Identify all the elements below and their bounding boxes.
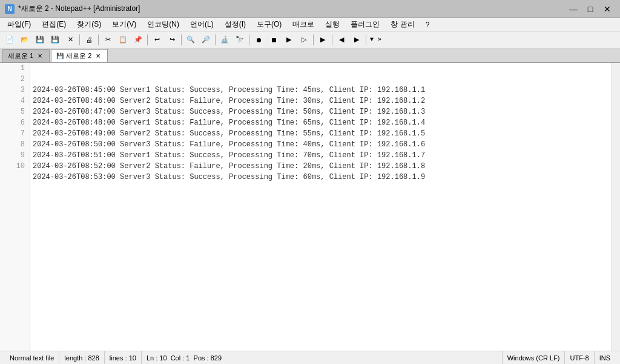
line-num-1: 1 — [0, 63, 30, 74]
line-num-8: 8 — [0, 139, 30, 150]
print-button[interactable]: 🖨 — [82, 33, 96, 47]
zoom-out-button[interactable]: 🔭 — [232, 33, 247, 47]
line-num-9: 9 — [0, 150, 30, 161]
code-line-2: 2024-03-26T08:46:00 Server2 Status: Fail… — [33, 96, 609, 106]
line-numbers: 12345678910 — [0, 63, 30, 351]
cut-button[interactable]: ✂ — [101, 33, 115, 47]
toolbar-sep-9 — [366, 34, 366, 45]
menu-item-[interactable]: 실행 — [320, 18, 345, 31]
code-line-6: 2024-03-26T08:50:00 Server3 Status: Fail… — [33, 139, 609, 150]
toolbar-sep-2 — [98, 34, 99, 45]
editor-container: 12345678910 2024-03-26T08:45:00 Server1 … — [0, 63, 620, 351]
toolbar-sep-3 — [147, 34, 148, 45]
status-position: Ln : 10 Col : 1 Pos : 829 — [142, 351, 503, 364]
toolbar-sep-6 — [249, 34, 249, 45]
toolbar-sep-7 — [313, 34, 314, 45]
menu-item-i[interactable]: 설정(I) — [220, 18, 251, 31]
tab-new2-label: 새로운 2 — [66, 51, 91, 60]
status-lines: lines : 10 — [105, 351, 142, 364]
find-replace-button[interactable]: 🔎 — [199, 33, 213, 47]
code-line-7: 2024-03-26T08:51:00 Server1 Status: Succ… — [33, 150, 609, 161]
toolbar-sep-1 — [79, 34, 80, 45]
line-num-10: 10 — [0, 161, 30, 172]
zoom-in-button[interactable]: 🔬 — [217, 33, 232, 47]
menu-item-o[interactable]: 도구(O) — [252, 18, 286, 31]
toolbar-more[interactable]: ▼ — [368, 36, 375, 43]
menu-item-l[interactable]: 언어(L) — [185, 18, 219, 31]
line-num-6: 6 — [0, 117, 30, 128]
macro-run-button[interactable]: ▷ — [297, 33, 311, 47]
tab-new1-close[interactable]: ✕ — [36, 52, 44, 60]
window-controls: — □ ✕ — [566, 3, 615, 15]
status-filetype: Normal text file — [5, 351, 59, 364]
toolbar-sep-5 — [215, 34, 216, 45]
code-line-4: 2024-03-26T08:48:00 Server1 Status: Fail… — [33, 117, 609, 128]
title-text: *새로운 2 - Notepad++ [Administrator] — [18, 4, 566, 14]
prev-button[interactable]: ◀ — [334, 33, 349, 47]
close-button[interactable]: ✕ — [599, 3, 615, 15]
run-button[interactable]: ▶ — [315, 33, 330, 47]
scrollbar[interactable] — [612, 63, 620, 351]
save-all-button[interactable]: 💾 — [48, 33, 62, 47]
menu-item-e[interactable]: 편집(E) — [37, 18, 71, 31]
save-button[interactable]: 💾 — [33, 33, 47, 47]
macro-stop-button[interactable]: ⏹ — [266, 33, 281, 47]
menu-item-[interactable]: 매크로 — [288, 18, 319, 31]
tab-new1-label: 새로운 1 — [8, 51, 33, 60]
code-line-3: 2024-03-26T08:47:00 Server3 Status: Succ… — [33, 106, 609, 117]
code-line-10 — [33, 183, 609, 193]
menu-item-f[interactable]: 파일(F) — [2, 18, 36, 31]
find-button[interactable]: 🔍 — [183, 33, 198, 47]
line-num-4: 4 — [0, 96, 30, 106]
tab-bar: 새로운 1 ✕ 💾 새로운 2 ✕ — [0, 48, 620, 63]
toolbar: 📄 📂 💾 💾 ✕ 🖨 ✂ 📋 📌 ↩ ↪ 🔍 🔎 🔬 🔭 ⏺ ⏹ ▶ ▷ ▶ … — [0, 31, 620, 48]
code-line-1: 2024-03-26T08:45:00 Server1 Status: Succ… — [33, 85, 609, 96]
new-button[interactable]: 📄 — [2, 33, 17, 47]
copy-button[interactable]: 📋 — [116, 33, 130, 47]
code-line-9: 2024-03-26T08:53:00 Server3 Status: Succ… — [33, 172, 609, 183]
next-button[interactable]: ▶ — [349, 33, 364, 47]
macro-play-button[interactable]: ▶ — [282, 33, 296, 47]
status-encoding: UTF-8 — [565, 351, 594, 364]
tab-new2-close[interactable]: ✕ — [94, 51, 102, 60]
menu-item-[interactable]: ? — [421, 18, 435, 31]
paste-button[interactable]: 📌 — [131, 33, 145, 47]
title-bar: N *새로운 2 - Notepad++ [Administrator] — □… — [0, 0, 620, 18]
status-mode: INS — [595, 351, 615, 364]
tab-new1[interactable]: 새로운 1 ✕ — [2, 49, 50, 62]
line-num-3: 3 — [0, 85, 30, 96]
undo-button[interactable]: ↩ — [150, 33, 164, 47]
code-line-5: 2024-03-26T08:49:00 Server2 Status: Succ… — [33, 128, 609, 139]
macro-rec-button[interactable]: ⏺ — [251, 33, 266, 47]
line-num-7: 7 — [0, 128, 30, 139]
toolbar-sep-8 — [332, 34, 332, 45]
status-bar: Normal text file length : 828 lines : 10… — [0, 351, 620, 364]
menu-item-v[interactable]: 보기(V) — [107, 18, 141, 31]
status-lineending: Windows (CR LF) — [503, 351, 566, 364]
toolbar-overflow[interactable]: » — [376, 36, 383, 43]
redo-button[interactable]: ↪ — [165, 33, 179, 47]
menu-item-[interactable]: 창 관리 — [386, 18, 419, 31]
line-num-2: 2 — [0, 74, 30, 85]
tab-new2[interactable]: 💾 새로운 2 ✕ — [51, 49, 108, 62]
menu-item-[interactable]: 플러그인 — [346, 18, 384, 31]
minimize-button[interactable]: — — [566, 3, 581, 15]
app-icon: N — [5, 4, 15, 14]
open-button[interactable]: 📂 — [18, 33, 32, 47]
menu-item-s[interactable]: 찾기(S) — [72, 18, 106, 31]
close-button2[interactable]: ✕ — [63, 33, 78, 47]
editor-content[interactable]: 2024-03-26T08:45:00 Server1 Status: Succ… — [30, 63, 612, 351]
status-length: length : 828 — [59, 351, 105, 364]
maximize-button[interactable]: □ — [582, 3, 598, 15]
line-num-5: 5 — [0, 106, 30, 117]
menu-item-n[interactable]: 인코딩(N) — [142, 18, 184, 31]
menu-bar: 파일(F)편집(E)찾기(S)보기(V)인코딩(N)언어(L)설정(I)도구(O… — [0, 18, 620, 31]
tab-new2-modified-icon: 💾 — [56, 53, 64, 59]
code-line-8: 2024-03-26T08:52:00 Server2 Status: Fail… — [33, 161, 609, 172]
toolbar-sep-4 — [181, 34, 182, 45]
